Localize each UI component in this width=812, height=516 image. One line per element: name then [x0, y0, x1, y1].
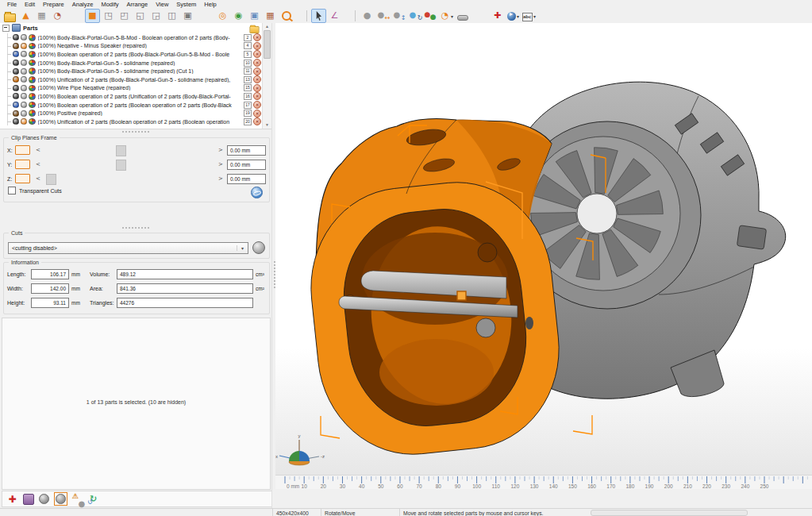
- zoom-region-icon[interactable]: [247, 9, 262, 23]
- clip-slider[interactable]: [43, 174, 216, 183]
- slider-left-arrow[interactable]: <: [35, 175, 41, 182]
- visibility-eye-icon[interactable]: [21, 76, 27, 83]
- visibility-eye-icon[interactable]: [21, 110, 27, 117]
- part-row[interactable]: (100%) Boolean operation of 2 parts (Bod…: [0, 50, 263, 59]
- remove-part-button[interactable]: ✕: [253, 42, 261, 50]
- boolean-operation-icon[interactable]: [423, 9, 438, 23]
- selected-shading-icon[interactable]: [54, 492, 67, 506]
- clip-value-input[interactable]: 0.00 mm: [227, 174, 266, 184]
- zoom-to-parts-icon[interactable]: [215, 9, 230, 23]
- default-view-icon[interactable]: [360, 9, 375, 23]
- info-value-input[interactable]: 93.11: [31, 298, 69, 308]
- open-project-icon[interactable]: [2, 9, 17, 23]
- part-row[interactable]: (100%) Body-Black-Portal-Gun-5-B-Mod - B…: [0, 33, 263, 42]
- visibility-eye-icon[interactable]: [21, 118, 27, 125]
- pivot-handle[interactable]: [457, 291, 466, 300]
- visibility-eye-icon[interactable]: [21, 68, 27, 75]
- visibility-eye-icon[interactable]: [21, 102, 27, 108]
- remove-part-button[interactable]: ✕: [253, 110, 261, 117]
- part-color-icon[interactable]: [29, 51, 36, 58]
- part-row[interactable]: (100%) Body-Black-Portal-Gun-5 - solidna…: [0, 67, 263, 75]
- clip-slider-thumb[interactable]: [116, 160, 126, 171]
- platform-view-filled-icon[interactable]: [85, 9, 100, 23]
- info-value-input[interactable]: 106.17: [31, 269, 69, 279]
- visibility-eye-icon[interactable]: [21, 60, 27, 66]
- new-group-icon[interactable]: [250, 26, 260, 33]
- remove-part-button[interactable]: ✕: [253, 117, 261, 125]
- tree-splitter[interactable]: [0, 129, 271, 133]
- tree-scrollbar[interactable]: ▲ ▼: [262, 23, 271, 129]
- remove-part-button[interactable]: ✕: [253, 75, 261, 83]
- info-value-input[interactable]: 44276: [117, 298, 253, 308]
- platform-view-front-icon[interactable]: [101, 9, 116, 23]
- cuts-dropdown[interactable]: <cutting disabled> ▾: [8, 242, 248, 254]
- clip-value-input[interactable]: 0.00 mm: [227, 145, 266, 156]
- recent-parts-icon[interactable]: [50, 9, 65, 23]
- part-color-icon[interactable]: [29, 76, 36, 83]
- remove-part-button[interactable]: ✕: [253, 67, 261, 75]
- menu-item-prepare[interactable]: Prepare: [39, 0, 68, 9]
- visibility-eye-icon[interactable]: [21, 34, 27, 40]
- menu-item-edit[interactable]: Edit: [21, 0, 39, 9]
- chevron-down-icon[interactable]: ▾: [533, 13, 536, 19]
- clip-axis-checkbox[interactable]: [15, 174, 30, 183]
- slider-left-arrow[interactable]: <: [35, 161, 41, 168]
- clip-axis-checkbox[interactable]: [15, 145, 30, 155]
- clip-slider-thumb[interactable]: [46, 174, 56, 185]
- analysis-icon[interactable]: ▾: [439, 9, 454, 23]
- visibility-eye-icon[interactable]: [21, 93, 27, 99]
- part-row[interactable]: (100%) Unification of 2 parts (Body-Blac…: [0, 75, 263, 84]
- part-color-icon[interactable]: [29, 60, 36, 67]
- part-color-icon[interactable]: [29, 85, 36, 92]
- remove-part-button[interactable]: ✕: [253, 84, 261, 92]
- scroll-up-icon[interactable]: ▲: [265, 23, 269, 30]
- part-color-icon[interactable]: [29, 67, 36, 75]
- info-value-input[interactable]: 142.00: [31, 283, 69, 294]
- tree-expander-icon[interactable]: [2, 25, 10, 32]
- remove-part-button[interactable]: ✕: [253, 50, 261, 58]
- visibility-eye-icon[interactable]: [21, 51, 27, 57]
- label-icon[interactable]: ▾: [521, 9, 537, 23]
- part-row[interactable]: (100%) Negative - Minus Speaker (repaire…: [0, 42, 263, 51]
- part-color-icon[interactable]: [29, 110, 36, 117]
- scale-part-icon[interactable]: [391, 9, 406, 23]
- repair-script-icon[interactable]: [6, 493, 18, 505]
- visibility-eye-icon[interactable]: [21, 85, 27, 91]
- clip-slider[interactable]: [43, 160, 216, 169]
- clip-splitter[interactable]: [0, 225, 271, 229]
- chevron-down-icon[interactable]: ▾: [517, 13, 519, 19]
- slider-right-arrow[interactable]: >: [217, 161, 224, 168]
- part-row[interactable]: (100%) Boolean operation of 2 parts (Boo…: [0, 101, 263, 110]
- move-part-icon[interactable]: [375, 9, 391, 23]
- platform-view-top-icon[interactable]: [164, 9, 179, 23]
- cuts-preview-button[interactable]: [252, 241, 265, 254]
- rotate-view-icon[interactable]: [327, 9, 342, 23]
- clip-slider-thumb[interactable]: [116, 145, 126, 156]
- menu-item-analyze[interactable]: Analyze: [68, 0, 98, 9]
- slider-right-arrow[interactable]: >: [217, 175, 224, 182]
- part-color-icon[interactable]: [29, 118, 36, 125]
- zoom-all-icon[interactable]: [263, 9, 278, 23]
- shaded-view-icon[interactable]: [38, 493, 50, 505]
- automation-icon[interactable]: ▾: [506, 9, 521, 23]
- platform-view-back-icon[interactable]: [117, 9, 132, 23]
- visibility-eye-icon[interactable]: [21, 43, 27, 49]
- package-icon[interactable]: [22, 493, 34, 505]
- platform-view-bottom-icon[interactable]: [180, 9, 195, 23]
- slider-right-arrow[interactable]: >: [217, 147, 224, 153]
- clip-axis-checkbox[interactable]: [15, 160, 30, 169]
- menu-item-file[interactable]: File: [3, 0, 21, 9]
- platform-view-right-icon[interactable]: [148, 9, 164, 23]
- part-row[interactable]: (100%) Unification of 2 parts (Boolean o…: [0, 117, 263, 126]
- part-color-icon[interactable]: [29, 102, 36, 109]
- remove-part-button[interactable]: ✕: [253, 101, 261, 109]
- repair-icon[interactable]: [490, 9, 505, 23]
- clip-value-input[interactable]: 0.00 mm: [227, 160, 266, 170]
- info-value-input[interactable]: 489.12: [117, 269, 253, 279]
- slider-left-arrow[interactable]: <: [35, 147, 41, 153]
- menu-item-modify[interactable]: Modify: [97, 0, 122, 9]
- part-color-icon[interactable]: [29, 43, 36, 50]
- menu-item-view[interactable]: View: [152, 0, 172, 9]
- remove-part-button[interactable]: ✕: [253, 92, 261, 100]
- transparent-cuts-checkbox[interactable]: [8, 187, 16, 194]
